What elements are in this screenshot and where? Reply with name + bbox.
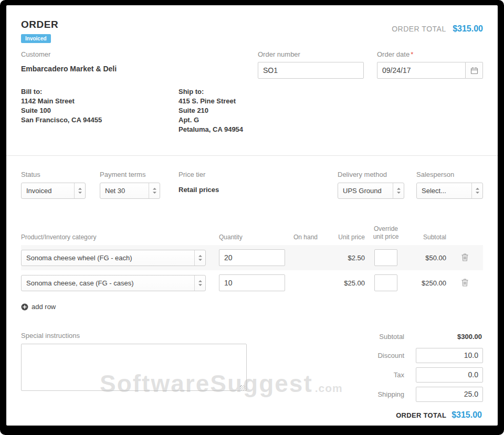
top-fields-row: Customer Embarcadero Market & Deli Order…: [21, 50, 483, 79]
column-header-subtotal: Subtotal: [407, 234, 446, 241]
column-header-product: Product/Inventory category: [21, 234, 207, 241]
ship-to-line: Apt. G: [178, 115, 336, 125]
salesperson-select[interactable]: Select...: [416, 183, 483, 199]
payment-terms-select[interactable]: Net 30: [100, 183, 160, 199]
page-title: ORDER: [21, 19, 58, 30]
order-total-top-label: ORDER TOTAL: [392, 25, 446, 33]
ship-to-line: 415 S. Pine Street: [178, 97, 336, 106]
delete-row-button[interactable]: [458, 252, 471, 262]
order-total-top: ORDER TOTAL $315.00: [392, 24, 483, 34]
status-select[interactable]: Invoiced: [21, 183, 86, 199]
payment-terms-field: Payment terms Net 30: [100, 171, 178, 199]
calendar-button[interactable]: [466, 62, 483, 79]
column-header-unit-price: Unit price: [318, 234, 365, 241]
subtotal-label: Subtotal: [379, 333, 404, 341]
status-select-value: Invoiced: [22, 187, 74, 195]
shipping-input[interactable]: [416, 387, 483, 402]
price-tier-value: Retail prices: [178, 186, 219, 194]
tax-input[interactable]: [416, 367, 483, 383]
order-date-group: Order date*: [377, 50, 483, 79]
unit-price-value: $2.50: [318, 254, 365, 262]
section-divider: [6, 155, 498, 156]
price-tier-field: Price tier Retail prices: [178, 171, 338, 194]
order-number-label: Order number: [258, 50, 364, 58]
payment-terms-label: Payment terms: [100, 171, 178, 178]
product-select-value: Sonoma cheese, case (FG - cases): [22, 279, 194, 287]
title-block: ORDER Invoiced: [21, 19, 58, 43]
salesperson-field: Salesperson Select...: [416, 171, 483, 199]
column-header-on-hand: On hand: [286, 234, 318, 241]
bottom-section: Special instructions Subtotal $300.00 Di…: [21, 332, 483, 420]
price-tier-label: Price tier: [178, 171, 338, 178]
status-label: Status: [21, 171, 100, 178]
line-items-header: Product/Inventory category Quantity On h…: [21, 225, 483, 241]
bill-to-line: San Francisco, CA 94455: [21, 115, 178, 125]
trash-icon: [461, 279, 468, 287]
ship-to-line: Petaluma, CA 94954: [178, 125, 336, 134]
order-meta-fields: Order number Order date*: [258, 50, 483, 79]
order-number-input[interactable]: [258, 62, 364, 79]
status-row: Status Invoiced Payment terms Net 30: [21, 171, 483, 199]
salesperson-select-value: Select...: [417, 187, 471, 195]
add-row-button[interactable]: add row: [21, 303, 56, 311]
tax-label: Tax: [394, 371, 404, 379]
override-unit-price-input[interactable]: [374, 274, 397, 291]
bill-to-line: Suite 100: [21, 106, 178, 115]
override-unit-price-input[interactable]: [374, 249, 397, 266]
order-total-bottom-value: $315.00: [452, 410, 483, 420]
shipping-label: Shipping: [377, 390, 404, 398]
chevron-updown-icon: [471, 183, 482, 198]
required-asterisk: *: [411, 50, 413, 58]
customer-label: Customer: [21, 50, 258, 58]
discount-label: Discount: [377, 352, 404, 359]
order-date-label: Order date*: [377, 50, 483, 58]
column-header-quantity: Quantity: [207, 234, 286, 241]
ship-to-label: Ship to:: [178, 87, 336, 97]
line-item-row: Sonoma cheese, case (FG - cases) $25.00 …: [21, 270, 483, 295]
chevron-updown-icon: [194, 275, 205, 291]
add-row-label: add row: [32, 303, 56, 311]
line-subtotal-value: $50.00: [407, 254, 446, 262]
discount-input[interactable]: [416, 348, 483, 363]
shipping-row: Shipping: [293, 387, 483, 402]
line-item-row: Sonoma cheese wheel (FG - each) $2.50 $5…: [21, 245, 483, 270]
page-header: ORDER Invoiced ORDER TOTAL $315.00: [21, 19, 483, 43]
chevron-updown-icon: [393, 183, 404, 198]
customer-block: Customer Embarcadero Market & Deli: [21, 50, 258, 79]
order-total-top-value: $315.00: [453, 24, 483, 33]
bill-to-line: 1142 Main Street: [21, 97, 178, 106]
delivery-method-field: Delivery method UPS Ground: [338, 171, 416, 199]
status-badge: Invoiced: [21, 34, 51, 43]
salesperson-label: Salesperson: [416, 171, 483, 178]
product-select[interactable]: Sonoma cheese, case (FG - cases): [21, 275, 206, 291]
product-select-value: Sonoma cheese wheel (FG - each): [22, 254, 194, 262]
unit-price-value: $25.00: [318, 279, 365, 287]
subtotal-row: Subtotal $300.00: [293, 333, 483, 341]
quantity-input[interactable]: [219, 249, 285, 266]
order-date-input[interactable]: [377, 62, 466, 79]
order-total-bottom: ORDER TOTAL $315.00: [293, 410, 483, 420]
addresses-section: Bill to: 1142 Main Street Suite 100 San …: [21, 87, 483, 134]
bill-to-block: Bill to: 1142 Main Street Suite 100 San …: [21, 87, 178, 134]
status-field: Status Invoiced: [21, 171, 100, 199]
column-header-override: Overrideunit price: [365, 225, 407, 241]
calendar-icon: [470, 67, 478, 75]
chevron-updown-icon: [194, 250, 205, 266]
special-instructions-label: Special instructions: [21, 332, 247, 339]
add-icon: [21, 303, 28, 311]
order-total-bottom-label: ORDER TOTAL: [396, 411, 446, 419]
delete-row-button[interactable]: [458, 278, 471, 288]
discount-row: Discount: [293, 348, 483, 363]
quantity-input[interactable]: [219, 274, 285, 291]
delivery-method-select[interactable]: UPS Ground: [338, 183, 404, 199]
subtotal-value: $300.00: [416, 333, 483, 341]
order-page: ORDER Invoiced ORDER TOTAL $315.00 Custo…: [6, 5, 498, 426]
trash-icon: [461, 253, 468, 261]
special-instructions-textarea[interactable]: [21, 344, 247, 391]
product-select[interactable]: Sonoma cheese wheel (FG - each): [21, 250, 206, 266]
line-subtotal-value: $250.00: [407, 279, 446, 287]
chevron-updown-icon: [149, 183, 160, 198]
totals-block: Subtotal $300.00 Discount Tax Shipping O…: [293, 332, 483, 420]
customer-name: Embarcadero Market & Deli: [21, 65, 258, 73]
ship-to-block: Ship to: 415 S. Pine Street Suite 210 Ap…: [178, 87, 336, 134]
